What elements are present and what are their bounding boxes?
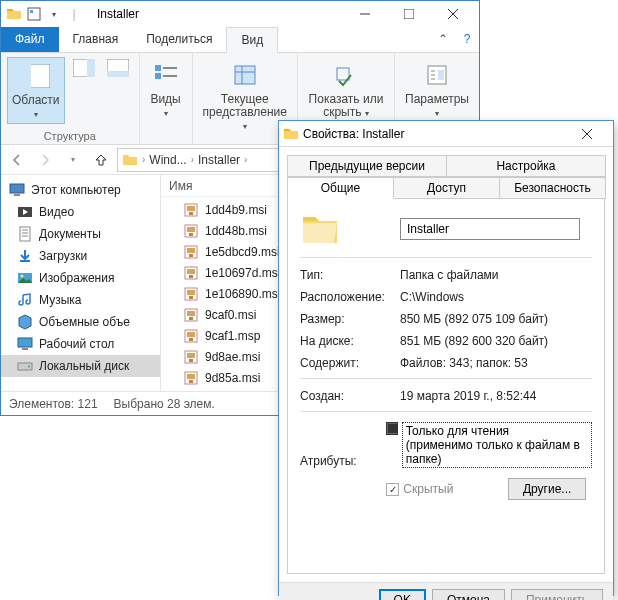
- options-button[interactable]: Параметры▾: [401, 57, 473, 122]
- svg-rect-53: [189, 380, 193, 383]
- svg-rect-17: [10, 184, 24, 193]
- apply-button[interactable]: Применить: [511, 589, 603, 600]
- msi-icon: [183, 265, 199, 281]
- up-button[interactable]: [89, 148, 113, 172]
- tree-this-pc[interactable]: Этот компьютер: [1, 179, 160, 201]
- chevron-right-icon[interactable]: ›: [244, 154, 247, 165]
- tree-label: Загрузки: [39, 249, 87, 263]
- tab-security[interactable]: Безопасность: [499, 177, 606, 199]
- cancel-button[interactable]: Отмена: [432, 589, 505, 600]
- msi-icon: [183, 349, 199, 365]
- tree-downloads[interactable]: Загрузки: [1, 245, 160, 267]
- tab-home[interactable]: Главная: [59, 27, 133, 52]
- contains-value: Файлов: 343; папок: 53: [400, 356, 528, 370]
- tree-documents[interactable]: Документы: [1, 223, 160, 245]
- nav-tree[interactable]: Этот компьютер Видео Документы Загрузки …: [1, 175, 161, 391]
- downloads-icon: [17, 248, 33, 264]
- recent-dropdown-icon[interactable]: ▾: [61, 148, 85, 172]
- tab-sharing[interactable]: Доступ: [393, 177, 500, 199]
- chevron-right-icon[interactable]: ›: [191, 154, 194, 165]
- tree-desktop[interactable]: Рабочий стол: [1, 333, 160, 355]
- svg-rect-2: [404, 9, 414, 19]
- folder-icon: [283, 126, 299, 142]
- navigation-pane-button[interactable]: Области▾: [7, 57, 65, 124]
- breadcrumb-seg-1[interactable]: Wind...: [149, 153, 186, 167]
- properties-dialog: Свойства: Installer Предыдущие версии На…: [278, 120, 614, 596]
- msi-icon: [183, 223, 199, 239]
- details-pane-button[interactable]: [103, 57, 133, 79]
- tree-label: Изображения: [39, 271, 114, 285]
- tree-local-disk[interactable]: Локальный диск: [1, 355, 160, 377]
- svg-rect-43: [187, 311, 195, 316]
- msi-icon: [183, 244, 199, 260]
- ribbon-tabs: Файл Главная Поделиться Вид ⌃ ?: [1, 27, 479, 53]
- advanced-button[interactable]: Другие...: [508, 478, 586, 500]
- minimize-button[interactable]: [343, 1, 387, 27]
- properties-footer: OK Отмена Применить: [279, 582, 613, 600]
- close-button[interactable]: [431, 1, 475, 27]
- properties-titlebar: Свойства: Installer: [279, 121, 613, 147]
- created-label: Создан:: [300, 389, 400, 403]
- collapse-ribbon-icon[interactable]: ⌃: [431, 27, 455, 52]
- tree-label: Документы: [39, 227, 101, 241]
- tab-share[interactable]: Поделиться: [132, 27, 226, 52]
- svg-rect-28: [187, 206, 195, 211]
- properties-close-button[interactable]: [565, 121, 609, 147]
- readonly-checkbox[interactable]: [386, 422, 397, 435]
- tab-file[interactable]: Файл: [1, 27, 59, 52]
- chevron-right-icon[interactable]: ›: [142, 154, 145, 165]
- qat-dropdown-icon[interactable]: ▾: [45, 5, 63, 23]
- msi-icon: [183, 370, 199, 386]
- size-on-disk-value: 851 МБ (892 600 320 байт): [400, 334, 548, 348]
- layout-views-button[interactable]: Виды▾: [146, 57, 186, 122]
- tab-previous-versions[interactable]: Предыдущие версии: [287, 155, 447, 177]
- tree-pictures[interactable]: Изображения: [1, 267, 160, 289]
- svg-rect-32: [189, 233, 193, 236]
- properties-qat-icon[interactable]: [25, 5, 43, 23]
- hidden-checkbox: [386, 483, 399, 496]
- size-value: 850 МБ (892 075 109 байт): [400, 312, 548, 326]
- ok-button[interactable]: OK: [379, 589, 426, 600]
- breadcrumb-seg-2[interactable]: Installer: [198, 153, 240, 167]
- svg-rect-40: [187, 290, 195, 295]
- ribbon-group-panes: Области▾ Структура: [1, 53, 140, 144]
- tree-3d-objects[interactable]: Объемные объе: [1, 311, 160, 333]
- svg-point-26: [28, 366, 30, 368]
- svg-rect-13: [235, 66, 255, 84]
- file-name: 9caf1.msp: [205, 329, 260, 343]
- help-icon[interactable]: ?: [455, 27, 479, 52]
- forward-button[interactable]: [33, 148, 57, 172]
- properties-title: Свойства: Installer: [303, 127, 404, 141]
- views-label: Виды: [150, 92, 180, 106]
- details-pane-icon: [107, 59, 129, 77]
- maximize-button[interactable]: [387, 1, 431, 27]
- file-name: 9caf0.msi: [205, 308, 256, 322]
- folder-name-input[interactable]: [400, 218, 580, 240]
- tree-music[interactable]: Музыка: [1, 289, 160, 311]
- svg-rect-29: [189, 212, 193, 215]
- pictures-icon: [17, 270, 33, 286]
- objects-icon: [17, 314, 33, 330]
- created-value: 19 марта 2019 г., 8:52:44: [400, 389, 536, 403]
- attributes-label: Атрибуты:: [300, 454, 386, 468]
- svg-rect-11: [163, 67, 177, 69]
- tab-customize[interactable]: Настройка: [446, 155, 606, 177]
- show-hide-button[interactable]: Показать или скрыть ▾: [304, 57, 388, 122]
- back-button[interactable]: [5, 148, 29, 172]
- svg-rect-31: [187, 227, 195, 232]
- msi-icon: [183, 307, 199, 323]
- options-icon: [421, 59, 453, 91]
- file-name: 1dd4b9.msi: [205, 203, 267, 217]
- msi-icon: [183, 202, 199, 218]
- tab-view[interactable]: Вид: [226, 27, 278, 53]
- tree-videos[interactable]: Видео: [1, 201, 160, 223]
- group-panes-label: Структура: [44, 130, 96, 142]
- panes-label: Области: [12, 93, 60, 107]
- tab-general[interactable]: Общие: [287, 177, 394, 199]
- show-hide-icon: [330, 59, 362, 91]
- svg-rect-9: [155, 65, 161, 71]
- file-name: 1dd48b.msi: [205, 224, 267, 238]
- svg-rect-0: [28, 8, 40, 20]
- svg-rect-6: [87, 59, 95, 77]
- preview-pane-button[interactable]: [69, 57, 99, 79]
